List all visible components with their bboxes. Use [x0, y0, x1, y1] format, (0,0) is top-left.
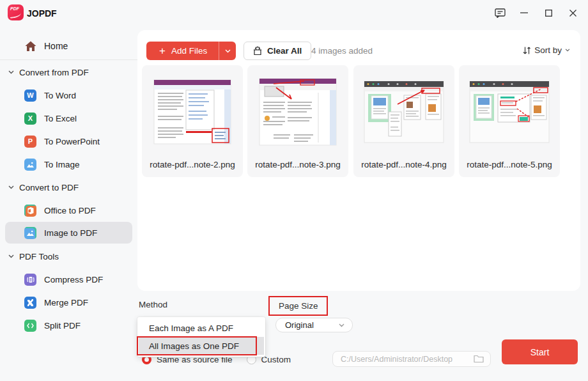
- file-name: rotate-pdf...note-2.png: [142, 160, 243, 169]
- sidebar-item-merge-pdf[interactable]: Merge PDF: [0, 292, 137, 313]
- folder-browse-icon[interactable]: [474, 355, 484, 363]
- thumbnail-preview: [254, 74, 341, 149]
- file-name: rotate-pdf...note-4.png: [353, 160, 454, 169]
- start-button[interactable]: Start: [502, 339, 578, 364]
- sidebar-group-convert-to-pdf[interactable]: Convert to PDF: [0, 176, 137, 198]
- add-files-button[interactable]: + Add Files: [146, 42, 236, 60]
- close-button[interactable]: [564, 6, 582, 19]
- sidebar-item-label: Split PDF: [44, 321, 81, 330]
- add-files-label: Add Files: [171, 46, 207, 56]
- plus-icon: +: [159, 45, 166, 58]
- sidebar-item-label: Compress PDF: [44, 275, 103, 284]
- sidebar-item-label: To Word: [44, 91, 76, 100]
- chevron-down-icon: [225, 49, 231, 53]
- clear-all-label: Clear All: [267, 46, 302, 56]
- sort-by-control[interactable]: Sort by: [523, 45, 570, 55]
- custom-label[interactable]: Custom: [261, 355, 291, 364]
- sidebar-item-split-pdf[interactable]: Split PDF: [0, 315, 137, 336]
- sidebar-item-compress-pdf[interactable]: Compress PDF: [0, 268, 137, 290]
- image-card-2[interactable]: rotate-pdf...note-3.png: [247, 65, 348, 177]
- start-label: Start: [530, 347, 550, 357]
- app-window: { "window": { "title": "JOPDF" }, "sideb…: [0, 0, 588, 381]
- minimize-button[interactable]: [515, 6, 533, 19]
- clear-all-button[interactable]: Clear All: [244, 42, 311, 60]
- method-dropdown-panel: Each Image as A PDF All Images as One PD…: [137, 317, 265, 357]
- powerpoint-icon: P: [24, 136, 36, 148]
- method-option-each-image[interactable]: Each Image as A PDF: [139, 319, 264, 337]
- chevron-down-icon: [8, 185, 14, 189]
- image-card-3[interactable]: rotate-pdf...note-4.png: [353, 65, 454, 177]
- sidebar-item-to-excel[interactable]: X To Excel: [0, 107, 137, 129]
- sidebar-item-label: Home: [44, 41, 68, 51]
- sidebar-item-label: Merge PDF: [44, 298, 88, 307]
- image-to-pdf-icon: [24, 227, 36, 239]
- page-size-label: Page Size: [279, 301, 318, 311]
- image-card-1[interactable]: rotate-pdf...note-2.png: [142, 65, 243, 177]
- feedback-chat-icon[interactable]: [491, 6, 509, 19]
- add-files-dropdown-button[interactable]: [219, 42, 236, 60]
- app-logo: PDF: [8, 4, 24, 20]
- output-path-field: [332, 351, 491, 367]
- thumbnail-preview: [466, 74, 553, 149]
- merge-icon: [24, 297, 36, 309]
- page-size-select[interactable]: Original: [275, 318, 353, 332]
- word-icon: W: [24, 89, 36, 102]
- file-name: rotate-pdf...note-3.png: [247, 160, 348, 169]
- chevron-down-icon: [8, 254, 14, 258]
- sidebar-item-to-word[interactable]: W To Word: [0, 84, 137, 106]
- sidebar-item-home[interactable]: Home: [0, 35, 137, 57]
- chevron-down-icon: [339, 323, 344, 327]
- method-label: Method: [139, 300, 167, 309]
- sidebar-group-convert-from-pdf[interactable]: Convert from PDF: [0, 61, 137, 83]
- thumbnail-preview: [149, 74, 236, 149]
- sort-by-label: Sort by: [534, 45, 562, 55]
- images-added-status: 4 images added: [311, 46, 373, 56]
- sidebar-group-label: Convert from PDF: [19, 68, 89, 77]
- clear-trash-icon: [253, 46, 262, 56]
- sidebar-item-label: Office to PDF: [44, 206, 96, 215]
- sidebar-item-to-powerpoint[interactable]: P To PowerPoint: [0, 130, 137, 152]
- sidebar-item-label: Image to PDF: [44, 228, 97, 238]
- app-title: JOPDF: [27, 8, 57, 19]
- sidebar-item-office-to-pdf[interactable]: Office to PDF: [0, 199, 137, 221]
- sidebar-divider: [0, 59, 137, 60]
- image-card-4[interactable]: rotate-pdf...note-5.png: [459, 65, 560, 177]
- home-icon: [24, 40, 36, 52]
- sidebar-item-label: To PowerPoint: [44, 137, 100, 146]
- chevron-down-icon: [565, 49, 570, 52]
- office-icon: [24, 205, 36, 217]
- sidebar-item-label: To Image: [44, 160, 80, 169]
- file-name: rotate-pdf...note-5.png: [459, 160, 560, 169]
- thumbnail-preview: [360, 74, 447, 149]
- sidebar-group-label: Convert to PDF: [19, 183, 79, 192]
- split-icon: [24, 320, 36, 332]
- image-icon: [24, 159, 36, 171]
- sidebar-item-image-to-pdf[interactable]: Image to PDF: [0, 222, 137, 244]
- method-option-all-images[interactable]: All Images as One PDF: [139, 337, 264, 355]
- sort-arrows-icon: [523, 47, 531, 54]
- page-size-value: Original: [285, 320, 314, 330]
- maximize-button[interactable]: [539, 6, 557, 19]
- sidebar-group-pdf-tools[interactable]: PDF Tools: [0, 245, 137, 267]
- sidebar-item-label: To Excel: [44, 114, 77, 123]
- sidebar-group-label: PDF Tools: [19, 252, 59, 261]
- compress-icon: [24, 274, 36, 286]
- page-size-annotation-box: Page Size: [268, 296, 328, 316]
- excel-icon: X: [24, 113, 36, 125]
- sidebar-item-to-image[interactable]: To Image: [0, 153, 137, 175]
- chevron-down-icon: [8, 70, 14, 74]
- output-path-input[interactable]: [341, 355, 474, 364]
